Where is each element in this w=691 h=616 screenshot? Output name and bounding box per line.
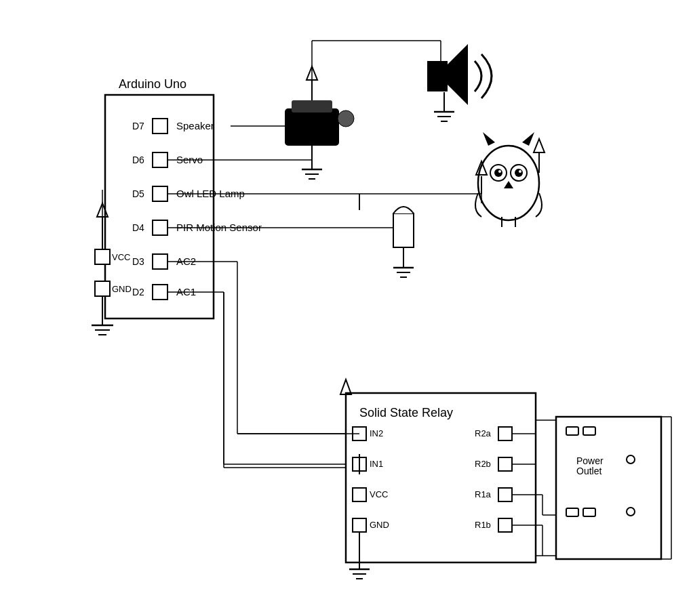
svg-text:D5: D5 bbox=[132, 188, 144, 199]
svg-rect-3 bbox=[153, 119, 167, 134]
svg-rect-17 bbox=[95, 281, 110, 296]
svg-point-56 bbox=[338, 110, 354, 127]
svg-text:VCC: VCC bbox=[370, 489, 388, 499]
svg-rect-13 bbox=[153, 285, 167, 300]
svg-rect-95 bbox=[353, 518, 366, 532]
svg-text:Power: Power bbox=[576, 455, 604, 466]
svg-text:Arduino Uno: Arduino Uno bbox=[119, 77, 186, 91]
svg-text:Speaker: Speaker bbox=[176, 120, 214, 131]
svg-rect-48 bbox=[427, 61, 448, 91]
svg-rect-99 bbox=[498, 457, 512, 471]
svg-point-67 bbox=[515, 169, 523, 177]
svg-point-119 bbox=[627, 455, 635, 464]
svg-point-122 bbox=[627, 508, 635, 516]
svg-rect-15 bbox=[95, 249, 110, 264]
svg-rect-55 bbox=[292, 100, 332, 112]
svg-rect-118 bbox=[583, 427, 595, 435]
svg-rect-120 bbox=[566, 508, 578, 516]
svg-text:R1b: R1b bbox=[475, 520, 491, 530]
svg-rect-54 bbox=[285, 108, 339, 146]
svg-rect-9 bbox=[153, 220, 167, 235]
svg-text:D6: D6 bbox=[132, 155, 144, 165]
svg-rect-7 bbox=[153, 186, 167, 201]
svg-text:Solid State Relay: Solid State Relay bbox=[359, 406, 453, 419]
svg-rect-117 bbox=[566, 427, 578, 435]
svg-text:R2b: R2b bbox=[475, 459, 491, 469]
svg-text:Outlet: Outlet bbox=[576, 466, 601, 476]
svg-text:IN2: IN2 bbox=[370, 428, 383, 438]
svg-rect-103 bbox=[498, 518, 512, 532]
svg-rect-11 bbox=[153, 254, 167, 269]
svg-point-69 bbox=[519, 170, 521, 173]
svg-rect-5 bbox=[153, 152, 167, 167]
svg-text:D2: D2 bbox=[132, 287, 144, 297]
svg-text:IN1: IN1 bbox=[370, 459, 383, 469]
svg-rect-121 bbox=[583, 508, 595, 516]
svg-rect-97 bbox=[498, 427, 512, 440]
svg-text:D4: D4 bbox=[132, 222, 144, 233]
svg-rect-82 bbox=[393, 213, 414, 247]
svg-text:D3: D3 bbox=[132, 256, 144, 267]
svg-text:GND: GND bbox=[370, 520, 389, 530]
svg-rect-101 bbox=[498, 488, 512, 501]
svg-text:D7: D7 bbox=[132, 121, 144, 131]
svg-point-66 bbox=[494, 169, 502, 177]
svg-rect-114 bbox=[556, 417, 661, 559]
svg-text:GND: GND bbox=[112, 284, 132, 294]
circuit-diagram: Arduino Uno D7 D6 D5 D4 D3 D2 VCC GND bbox=[0, 0, 691, 616]
svg-text:R1a: R1a bbox=[475, 489, 492, 499]
svg-rect-93 bbox=[353, 488, 366, 501]
svg-point-68 bbox=[498, 170, 501, 173]
svg-text:R2a: R2a bbox=[475, 428, 492, 438]
svg-text:VCC: VCC bbox=[112, 252, 130, 262]
